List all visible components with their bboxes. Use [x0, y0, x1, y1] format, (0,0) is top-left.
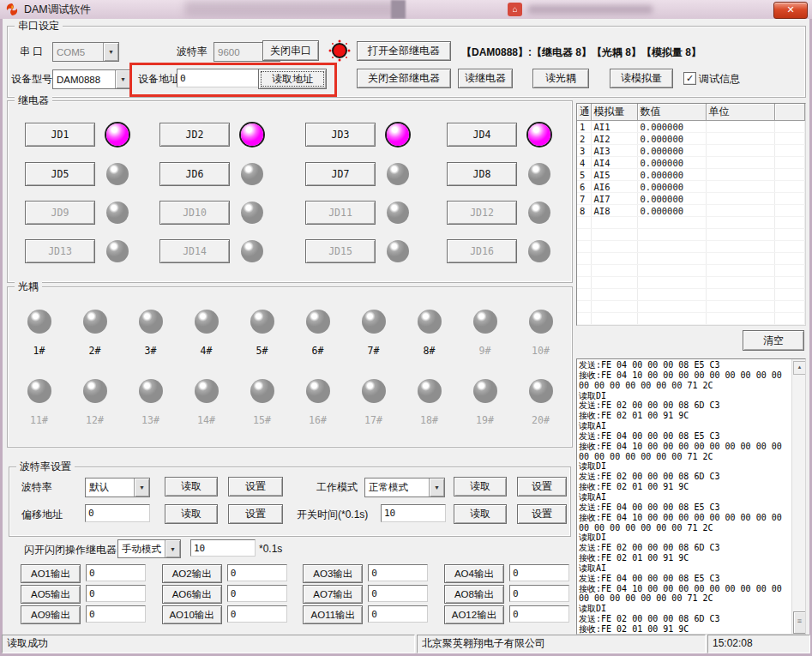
ao10-output-input[interactable]: [227, 605, 287, 623]
ao7-output-input[interactable]: [368, 585, 428, 602]
ao6-output-input[interactable]: [227, 585, 287, 602]
opto-led-icon: [306, 379, 330, 403]
table-row[interactable]: 1AI10.000000: [577, 121, 805, 133]
ao3-output-input[interactable]: [368, 564, 428, 581]
comm-log-box[interactable]: 发送:FE 04 00 00 00 08 E5 C3 接收:FE 04 10 0…: [576, 358, 806, 635]
relay-led-on-icon: [528, 123, 550, 146]
opto-grid: 1# 2# 3# 4# 5# 6# 7# 8# 9# 10# 11# 12# 1…: [11, 310, 568, 426]
col-header-channel[interactable]: 通: [577, 104, 591, 121]
relay-led-off-icon: [387, 163, 409, 185]
table-row[interactable]: 3AI30.000000: [577, 145, 805, 157]
col-header-extra[interactable]: [774, 104, 805, 121]
relay-button-jd5[interactable]: JD5: [25, 162, 95, 186]
relay-button-jd3[interactable]: JD3: [305, 123, 376, 147]
opto-led-icon: [139, 379, 163, 403]
device-model-select[interactable]: DAM0888▼: [52, 69, 131, 89]
work-mode-select[interactable]: 正常模式▼: [364, 478, 445, 497]
ao2-output-input[interactable]: [227, 564, 287, 581]
switch-time-read-button[interactable]: 读取: [454, 504, 507, 524]
ao4-output-input[interactable]: [509, 564, 569, 581]
read-relays-button[interactable]: 读继电器: [458, 69, 513, 88]
close-all-relays-button[interactable]: 关闭全部继电器: [357, 69, 451, 88]
opto-label: 4#: [201, 345, 213, 357]
offset-address-label: 偏移地址: [21, 508, 63, 522]
baud-set-button[interactable]: 设置: [228, 477, 283, 497]
ao8-output-input[interactable]: [509, 585, 569, 602]
scroll-up-icon[interactable]: ▲: [793, 361, 806, 375]
offset-address-input[interactable]: [85, 504, 150, 522]
ao4-output-button[interactable]: AO4输出: [444, 564, 504, 583]
col-header-analog[interactable]: 模拟量: [591, 104, 637, 121]
offset-read-button[interactable]: 读取: [165, 504, 218, 524]
relay-button-jd6[interactable]: JD6: [159, 162, 230, 186]
read-address-button[interactable]: 读取地址: [258, 69, 327, 89]
ao2-output-button[interactable]: AO2输出: [162, 564, 222, 583]
open-all-relays-button[interactable]: 打开全部继电器: [357, 41, 451, 61]
close-serial-button[interactable]: 关闭串口: [262, 40, 319, 61]
read-opto-button[interactable]: 读光耦: [532, 69, 589, 88]
table-row[interactable]: 2AI20.000000: [577, 133, 805, 145]
opto-led-icon: [306, 310, 330, 334]
close-button[interactable]: ✕: [773, 2, 808, 19]
ao9-output-button[interactable]: AO9输出: [21, 605, 81, 624]
ao5-output-input[interactable]: [86, 585, 146, 602]
work-mode-set-button[interactable]: 设置: [517, 477, 567, 497]
scrollbar-thumb[interactable]: [793, 611, 806, 634]
relay-button-jd1[interactable]: JD1: [25, 123, 95, 147]
opto-led-icon: [195, 379, 219, 403]
ao11-output-button[interactable]: AO11输出: [303, 605, 363, 624]
table-row[interactable]: 4AI40.000000: [577, 157, 805, 169]
serial-port-select[interactable]: COM5▼: [52, 42, 119, 62]
ao1-output-input[interactable]: [86, 564, 146, 581]
ao3-output-button[interactable]: AO3输出: [303, 564, 363, 583]
ao7-output-button[interactable]: AO7输出: [303, 585, 363, 604]
switch-time-set-button[interactable]: 设置: [517, 504, 567, 524]
cell-channel: 8: [577, 205, 591, 217]
flash-time-input[interactable]: [190, 539, 256, 557]
relay-button-jd14: JD14: [159, 239, 230, 263]
log-scrollbar[interactable]: ▲: [791, 359, 805, 634]
ao11-output-input[interactable]: [368, 605, 428, 623]
switch-time-input[interactable]: [381, 504, 446, 522]
table-row[interactable]: 6AI60.000000: [577, 181, 805, 193]
relay-button-jd4[interactable]: JD4: [447, 123, 517, 147]
ao9-output-input[interactable]: [86, 605, 146, 623]
opto-led-icon: [139, 310, 163, 334]
flash-mode-select[interactable]: 手动模式▼: [117, 539, 181, 558]
relay-led-off-icon: [241, 240, 263, 262]
opto-led-icon: [418, 310, 442, 334]
table-row[interactable]: 8AI80.000000: [577, 205, 805, 217]
group-title-relay: 继电器: [15, 94, 52, 106]
opto-label: 17#: [364, 414, 382, 426]
relay-button-jd2[interactable]: JD2: [159, 123, 230, 147]
opto-label: 13#: [141, 414, 159, 426]
table-row[interactable]: 7AI70.000000: [577, 193, 805, 205]
table-row[interactable]: 5AI50.000000: [577, 169, 805, 181]
cell-value: 0.000000: [637, 145, 706, 157]
baud-setting-select[interactable]: 默认▼: [85, 478, 150, 497]
switch-time-label: 开关时间(*0.1s): [297, 508, 368, 522]
relay-button-jd8[interactable]: JD8: [447, 162, 517, 186]
baud-read-button[interactable]: 读取: [165, 477, 218, 497]
cell-unit: [706, 181, 774, 193]
ao5-output-button[interactable]: AO5输出: [21, 585, 81, 604]
table-empty-row: [577, 265, 805, 277]
chevron-down-icon: ▼: [103, 43, 118, 61]
clear-log-button[interactable]: 清空: [743, 330, 804, 351]
opto-led-icon: [83, 379, 107, 403]
col-header-value[interactable]: 数值: [637, 104, 706, 121]
debug-info-checkbox[interactable]: ✓: [683, 72, 696, 85]
col-header-unit[interactable]: 单位: [706, 104, 774, 121]
ao12-output-button[interactable]: AO12输出: [444, 605, 504, 624]
ao10-output-button[interactable]: AO10输出: [162, 605, 222, 624]
ao6-output-button[interactable]: AO6输出: [162, 585, 222, 604]
read-analog-button[interactable]: 读模拟量: [610, 69, 673, 88]
device-address-input[interactable]: [177, 69, 261, 87]
ao1-output-button[interactable]: AO1输出: [21, 564, 81, 583]
ao12-output-input[interactable]: [509, 605, 569, 623]
work-mode-read-button[interactable]: 读取: [454, 477, 507, 497]
ao8-output-button[interactable]: AO8输出: [444, 585, 504, 604]
offset-set-button[interactable]: 设置: [228, 504, 283, 524]
group-title-serial: 串口设定: [15, 20, 63, 32]
relay-button-jd7[interactable]: JD7: [305, 162, 376, 186]
